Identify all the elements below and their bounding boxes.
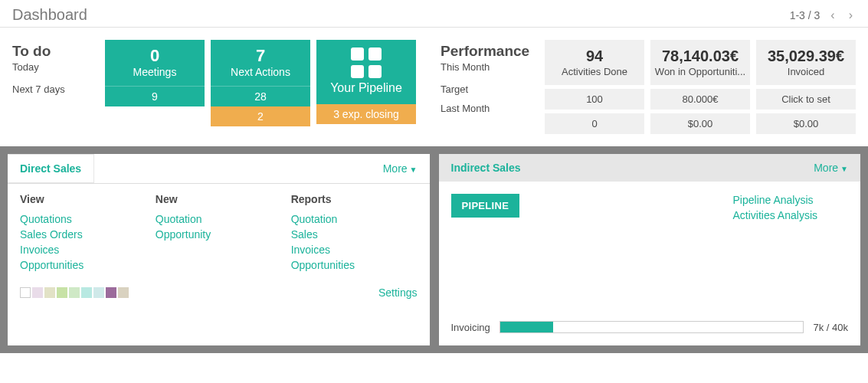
link-new-quotation[interactable]: Quotation [156, 213, 282, 225]
invoicing-progress [500, 321, 804, 333]
perf-invoiced-col: 35,029.39€ Invoiced Click to set $0.00 [756, 40, 856, 134]
nextactions-exp-count: 2 [211, 106, 310, 126]
link-report-sales[interactable]: Sales [291, 228, 418, 241]
pipeline-button[interactable]: PIPELINE [451, 194, 520, 218]
link-view-opportunities[interactable]: Opportunities [20, 259, 146, 271]
color-swatch[interactable] [44, 287, 55, 298]
perf-invoiced-label: Invoiced [759, 66, 853, 77]
meetings-today-count: 0 [105, 47, 205, 64]
direct-sales-tab[interactable]: Direct Sales [8, 155, 94, 182]
tile-pipeline[interactable]: Your Pipeline 3 exp. closing [316, 40, 416, 134]
perf-invoiced-card[interactable]: 35,029.39€ Invoiced [756, 40, 856, 85]
link-view-sales-orders[interactable]: Sales Orders [20, 228, 146, 241]
indirect-sales-more[interactable]: More▼ [814, 162, 848, 174]
color-swatch[interactable] [93, 287, 104, 298]
color-swatch[interactable] [32, 287, 43, 298]
performance-lastmonth-label: Last Month [441, 103, 532, 114]
pager: 1-3 / 3 ‹ › [790, 8, 856, 22]
todo-today-label: Today [12, 61, 87, 73]
color-swatch[interactable] [81, 287, 92, 298]
perf-activities-label: Activities Done [548, 66, 641, 77]
pipeline-icon [351, 47, 382, 78]
nextactions-next7-count: 28 [211, 86, 310, 106]
invoicing-label: Invoicing [451, 322, 490, 333]
perf-activities-value: 94 [548, 47, 641, 64]
color-swatch[interactable] [118, 287, 129, 298]
perf-invoiced-value: 35,029.39€ [759, 47, 853, 64]
link-view-invoices[interactable]: Invoices [20, 244, 146, 256]
color-swatches[interactable] [20, 287, 129, 298]
color-swatch[interactable] [69, 287, 80, 298]
perf-won-value: 78,140.03€ [653, 47, 747, 64]
perf-won-target[interactable]: 80.000€ [650, 89, 750, 110]
link-new-opportunity[interactable]: Opportunity [156, 228, 282, 241]
panel-direct-sales: Direct Sales More▼ View Quotations Sales… [8, 154, 430, 345]
todo-next7-label: Next 7 days [12, 83, 87, 95]
nextactions-label: Next Actions [211, 66, 310, 78]
link-report-quotation[interactable]: Quotation [291, 213, 418, 225]
invoicing-ratio: 7k / 40k [813, 322, 848, 333]
tile-meetings[interactable]: 0 Meetings 9 [105, 40, 205, 134]
col-view-heading: View [20, 193, 146, 205]
perf-activities-col: 94 Activities Done 100 0 [545, 40, 644, 134]
pipeline-label: Your Pipeline [316, 81, 416, 95]
pager-range: 1-3 / 3 [790, 9, 821, 21]
link-report-invoices[interactable]: Invoices [291, 244, 418, 256]
direct-sales-more[interactable]: More▼ [383, 162, 418, 175]
performance-block: Performance This Month Target Last Month [441, 40, 532, 134]
page-title: Dashboard [12, 6, 87, 24]
perf-invoiced-target[interactable]: Click to set [756, 89, 856, 110]
pager-next[interactable]: › [846, 8, 856, 22]
todo-heading: To do [12, 43, 87, 60]
color-swatch[interactable] [20, 287, 31, 298]
col-new: New Quotation Opportunity [156, 193, 282, 274]
color-swatch[interactable] [57, 287, 67, 298]
indirect-sales-title: Indirect Sales [451, 162, 521, 174]
col-reports: Reports Quotation Sales Invoices Opportu… [291, 193, 418, 274]
link-activities-analysis[interactable]: Activities Analysis [733, 209, 817, 221]
performance-target-label: Target [441, 83, 532, 95]
perf-won-col: 78,140.03€ Won in Opportuniti... 80.000€… [650, 40, 750, 134]
col-reports-heading: Reports [291, 193, 418, 205]
invoicing-progress-bar [500, 322, 553, 332]
meetings-label: Meetings [105, 66, 205, 78]
perf-won-last: $0.00 [650, 113, 750, 134]
caret-down-icon: ▼ [410, 165, 418, 174]
pipeline-closing: 3 exp. closing [316, 104, 416, 124]
performance-heading: Performance [441, 43, 532, 60]
settings-link[interactable]: Settings [378, 286, 418, 299]
pager-prev[interactable]: ‹ [827, 8, 837, 22]
panel-indirect-sales: Indirect Sales More▼ PIPELINE Pipeline A… [439, 154, 861, 345]
perf-won-label: Won in Opportuniti... [653, 66, 747, 77]
color-swatch[interactable] [106, 287, 116, 298]
perf-invoiced-last: $0.00 [756, 113, 856, 134]
col-view: View Quotations Sales Orders Invoices Op… [20, 193, 146, 274]
perf-won-card[interactable]: 78,140.03€ Won in Opportuniti... [650, 40, 750, 85]
perf-activities-card[interactable]: 94 Activities Done [545, 40, 644, 85]
performance-thismonth-label: This Month [441, 61, 532, 73]
link-view-quotations[interactable]: Quotations [20, 213, 146, 225]
perf-activities-last: 0 [545, 113, 644, 134]
link-pipeline-analysis[interactable]: Pipeline Analysis [733, 194, 817, 206]
caret-down-icon: ▼ [840, 165, 848, 173]
col-new-heading: New [156, 193, 282, 205]
meetings-next7-count: 9 [105, 86, 205, 106]
tile-next-actions[interactable]: 7 Next Actions 28 2 [211, 40, 310, 134]
todo-block: To do Today Next 7 days [12, 40, 87, 134]
perf-activities-target[interactable]: 100 [545, 89, 644, 110]
nextactions-today-count: 7 [211, 47, 310, 64]
link-report-opportunities[interactable]: Opportunities [291, 259, 418, 271]
